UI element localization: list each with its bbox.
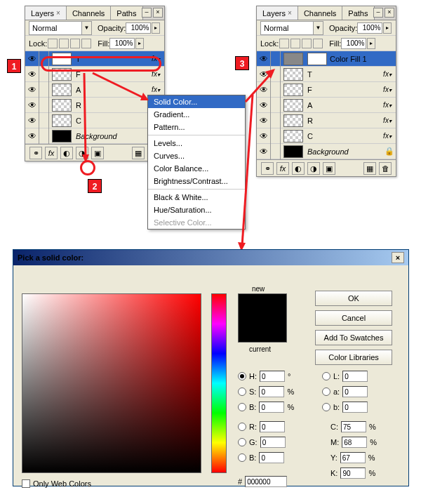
y-row: Y:%	[330, 452, 375, 463]
bri-radio[interactable]	[238, 403, 246, 411]
b-radio[interactable]	[238, 453, 246, 462]
b-row: B:	[238, 452, 284, 463]
k-row: K:%	[330, 467, 375, 479]
dialog-titlebar: Pick a solid color: ×	[13, 250, 408, 265]
a-radio[interactable]	[322, 387, 330, 396]
svg-line-2	[93, 73, 145, 98]
lab-b-field[interactable]	[342, 402, 368, 413]
r-radio[interactable]	[238, 423, 246, 431]
l-radio[interactable]	[322, 372, 330, 380]
web-colors-row: Only Web Colors	[22, 479, 91, 488]
color-picker-dialog: Pick a solid color: × new current OK Can…	[13, 249, 409, 486]
add-swatches-button[interactable]: Add To Swatches	[315, 330, 392, 345]
lab-b-radio[interactable]	[322, 403, 330, 411]
hue-row: H:°	[238, 371, 290, 382]
color-libraries-button[interactable]: Color Libraries	[315, 350, 392, 365]
svg-line-0	[84, 73, 86, 158]
a-row: a:	[322, 386, 368, 397]
r-field[interactable]	[260, 421, 285, 432]
bri-row: B:%	[238, 402, 294, 413]
lab-b-row: b:	[322, 402, 368, 413]
close-button[interactable]: ×	[392, 252, 404, 263]
dialog-title: Pick a solid color:	[18, 253, 83, 262]
k-field[interactable]	[340, 467, 366, 479]
hue-radio[interactable]	[238, 372, 246, 380]
color-preview	[238, 293, 287, 343]
label-current: current	[249, 345, 271, 353]
m-field[interactable]	[342, 437, 367, 448]
r-row: R:	[238, 421, 285, 432]
l-field[interactable]	[342, 371, 368, 382]
web-colors-checkbox[interactable]	[22, 479, 30, 488]
bri-field[interactable]	[259, 402, 284, 413]
sat-radio[interactable]	[238, 387, 246, 396]
hex-row: #	[238, 476, 287, 487]
m-row: M:%	[330, 437, 377, 448]
c-field[interactable]	[341, 421, 366, 432]
hue-slider[interactable]	[211, 293, 227, 473]
cancel-button[interactable]: Cancel	[315, 310, 392, 326]
g-row: G:	[238, 437, 286, 448]
ok-button[interactable]: OK	[315, 291, 392, 306]
label-new: new	[252, 285, 265, 293]
saturation-value-field[interactable]	[22, 293, 201, 473]
svg-marker-1	[82, 154, 89, 163]
hue-field[interactable]	[260, 371, 285, 382]
sat-field[interactable]	[259, 386, 284, 397]
svg-line-6	[242, 95, 253, 246]
l-row: L:	[322, 371, 368, 382]
c-row: C:%	[330, 421, 376, 432]
a-field[interactable]	[342, 386, 368, 397]
y-field[interactable]	[340, 452, 366, 463]
g-field[interactable]	[260, 437, 286, 448]
sat-row: S:%	[238, 386, 294, 397]
g-radio[interactable]	[238, 438, 246, 446]
b-field[interactable]	[259, 452, 284, 463]
hex-field[interactable]	[245, 476, 287, 487]
svg-line-4	[246, 72, 272, 102]
callout-arrows	[0, 0, 421, 267]
